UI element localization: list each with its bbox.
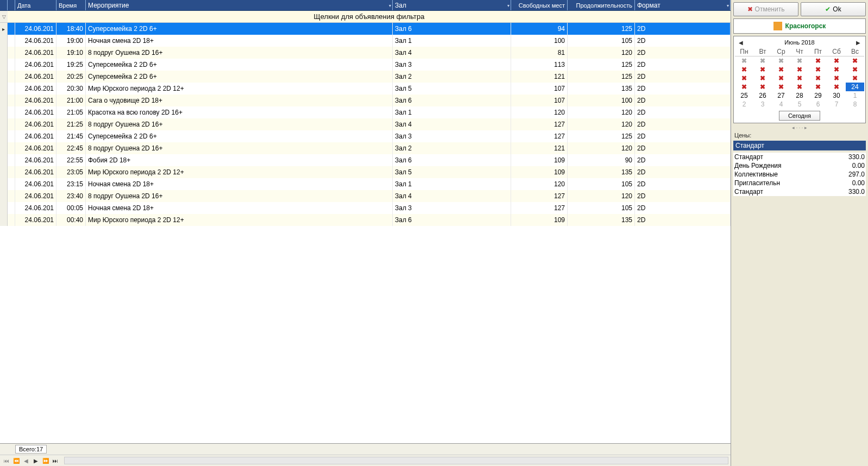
- calendar-day[interactable]: 30: [827, 91, 846, 100]
- table-row[interactable]: 24.06.20123:05Мир Юрского периода 2 2D 1…: [0, 166, 731, 178]
- calendar-day[interactable]: ✖: [809, 56, 827, 65]
- calendar-day[interactable]: ✖: [809, 65, 827, 74]
- table-row[interactable]: 24.06.20121:00Сага о чудовище 2D 18+Зал …: [0, 95, 731, 106]
- price-row[interactable]: Стандарт330.0: [733, 187, 866, 196]
- calendar-day[interactable]: ✖: [846, 56, 864, 65]
- calendar-day[interactable]: ✖: [827, 65, 846, 74]
- table-row[interactable]: 24.06.20121:05Красотка на всю голову 2D …: [0, 106, 731, 118]
- ok-button[interactable]: ✔Ok: [801, 2, 866, 16]
- dropdown-icon[interactable]: ▾: [507, 3, 510, 8]
- table-row[interactable]: 24.06.20119:00Ночная смена 2D 18+Зал 110…: [0, 35, 731, 47]
- table-row[interactable]: 24.06.20100:05Ночная смена 2D 18+Зал 312…: [0, 202, 731, 214]
- price-row[interactable]: Стандарт330.0: [733, 153, 866, 161]
- table-body[interactable]: 24.06.20118:40Суперсемейка 2 2D 6+Зал 69…: [0, 23, 731, 443]
- splitter-handle[interactable]: ◂ · · · ▸: [733, 125, 866, 130]
- table-row[interactable]: 24.06.20119:25Суперсемейка 2 2D 6+Зал 31…: [0, 59, 731, 71]
- table-row[interactable]: 24.06.20118:40Суперсемейка 2 2D 6+Зал 69…: [0, 23, 731, 35]
- calendar-day[interactable]: 8: [846, 100, 864, 109]
- calendar-day[interactable]: ✖: [827, 56, 846, 65]
- cell-hall: Зал 3: [393, 130, 511, 142]
- col-seats-header[interactable]: Свободных мест: [511, 0, 568, 10]
- table-row[interactable]: 24.06.20123:15Ночная смена 2D 18+Зал 112…: [0, 178, 731, 190]
- col-duration-header[interactable]: Продолжительность: [568, 0, 635, 10]
- calendar-day[interactable]: ✖: [846, 74, 864, 83]
- nav-first-icon[interactable]: ⏮: [2, 456, 11, 465]
- table-row[interactable]: 24.06.20119:108 подруг Оушена 2D 16+Зал …: [0, 47, 731, 59]
- nav-prev-icon[interactable]: ◀: [22, 456, 30, 465]
- calendar-day[interactable]: 7: [827, 100, 846, 109]
- calendar-day[interactable]: 2: [735, 100, 753, 109]
- calendar-day[interactable]: ✖: [809, 83, 827, 91]
- calendar-day[interactable]: 27: [772, 91, 790, 100]
- calendar-day[interactable]: ✖: [735, 83, 753, 91]
- calendar-day[interactable]: 1: [846, 91, 864, 100]
- horizontal-scrollbar[interactable]: [64, 457, 728, 464]
- table-row[interactable]: 24.06.20122:55Фобия 2D 18+Зал 6109902D: [0, 154, 731, 166]
- price-row[interactable]: День Рождения0.00: [733, 161, 866, 170]
- calendar-day[interactable]: ✖: [809, 74, 827, 83]
- calendar-day[interactable]: 26: [753, 91, 772, 100]
- cell-format: 2D: [635, 214, 731, 226]
- calendar-day[interactable]: ✖: [735, 65, 753, 74]
- calendar-day[interactable]: ✖: [753, 56, 772, 65]
- calendar-day[interactable]: ✖: [827, 74, 846, 83]
- nav-next-page-icon[interactable]: ⏩: [41, 456, 50, 465]
- col-event-header[interactable]: Мероприятие▾: [86, 0, 393, 10]
- table-row[interactable]: 24.06.20121:258 подруг Оушена 2D 16+Зал …: [0, 118, 731, 130]
- dropdown-icon[interactable]: ▾: [389, 3, 391, 8]
- table-row[interactable]: 24.06.20120:25Суперсемейка 2 2D 6+Зал 21…: [0, 71, 731, 83]
- col-hall-header[interactable]: Зал▾: [393, 0, 511, 10]
- col-time-header[interactable]: Время: [56, 0, 86, 10]
- calendar-day[interactable]: ✖: [753, 83, 772, 91]
- calendar-day[interactable]: ✖: [772, 56, 790, 65]
- calendar-title[interactable]: Июнь 2018: [784, 39, 815, 46]
- calendar-dow: Вс: [846, 47, 864, 56]
- calendar-day[interactable]: 4: [772, 100, 790, 109]
- table-row[interactable]: 24.06.20123:408 подруг Оушена 2D 16+Зал …: [0, 190, 731, 202]
- calendar-next-icon[interactable]: ▶: [854, 39, 862, 46]
- calendar-day[interactable]: ✖: [790, 56, 809, 65]
- cell-date: 24.06.201: [15, 202, 56, 214]
- record-navigator: ⏮ ⏪ ◀ ▶ ⏩ ⏭: [0, 455, 731, 466]
- calendar-day[interactable]: 28: [790, 91, 809, 100]
- calendar-day[interactable]: ✖: [846, 65, 864, 74]
- table-row[interactable]: 24.06.20120:30Мир Юрского периода 2 2D 1…: [0, 83, 731, 95]
- table-row[interactable]: 24.06.20100:40Мир Юрского периода 2 2D 1…: [0, 214, 731, 226]
- calendar-day[interactable]: ✖: [790, 65, 809, 74]
- calendar-day[interactable]: 24: [846, 83, 864, 91]
- calendar-day[interactable]: ✖: [753, 74, 772, 83]
- table-row[interactable]: 24.06.20121:45Суперсемейка 2 2D 6+Зал 31…: [0, 130, 731, 142]
- calendar-prev-icon[interactable]: ◀: [737, 39, 745, 46]
- calendar-today-button[interactable]: Сегодня: [779, 111, 820, 121]
- calendar-day[interactable]: ✖: [735, 74, 753, 83]
- price-row[interactable]: Пригласительн0.00: [733, 179, 866, 187]
- filter-prompt[interactable]: Щелкни для объявления фильтра: [8, 11, 731, 22]
- calendar-day[interactable]: ✖: [735, 56, 753, 65]
- calendar-day[interactable]: ✖: [827, 83, 846, 91]
- calendar-day[interactable]: 3: [753, 100, 772, 109]
- calendar-day[interactable]: 5: [790, 100, 809, 109]
- calendar-day[interactable]: ✖: [772, 74, 790, 83]
- cell-format: 2D: [635, 83, 731, 95]
- calendar-day[interactable]: ✖: [790, 83, 809, 91]
- calendar-day[interactable]: 29: [809, 91, 827, 100]
- filter-row[interactable]: ▽ Щелкни для объявления фильтра: [0, 11, 731, 23]
- col-format-header[interactable]: Формат▾: [635, 0, 731, 10]
- cell-seats: 109: [511, 154, 568, 166]
- price-row[interactable]: Коллективные297.0: [733, 170, 866, 179]
- nav-prev-page-icon[interactable]: ⏪: [12, 456, 21, 465]
- table-row[interactable]: 24.06.20122:458 подруг Оушена 2D 16+Зал …: [0, 142, 731, 154]
- cancel-button[interactable]: ✖Отменить: [733, 2, 798, 16]
- dropdown-icon[interactable]: ▾: [727, 3, 729, 8]
- calendar-day[interactable]: ✖: [790, 74, 809, 83]
- calendar-day[interactable]: ✖: [772, 65, 790, 74]
- cinema-selector[interactable]: Красногорск: [733, 18, 866, 34]
- col-date-header[interactable]: Дата: [15, 0, 56, 10]
- calendar-day[interactable]: ✖: [753, 65, 772, 74]
- prices-header[interactable]: Стандарт: [733, 141, 866, 150]
- nav-last-icon[interactable]: ⏭: [51, 456, 60, 465]
- calendar-day[interactable]: 6: [809, 100, 827, 109]
- nav-next-icon[interactable]: ▶: [32, 456, 40, 465]
- calendar-day[interactable]: ✖: [772, 83, 790, 91]
- calendar-day[interactable]: 25: [735, 91, 753, 100]
